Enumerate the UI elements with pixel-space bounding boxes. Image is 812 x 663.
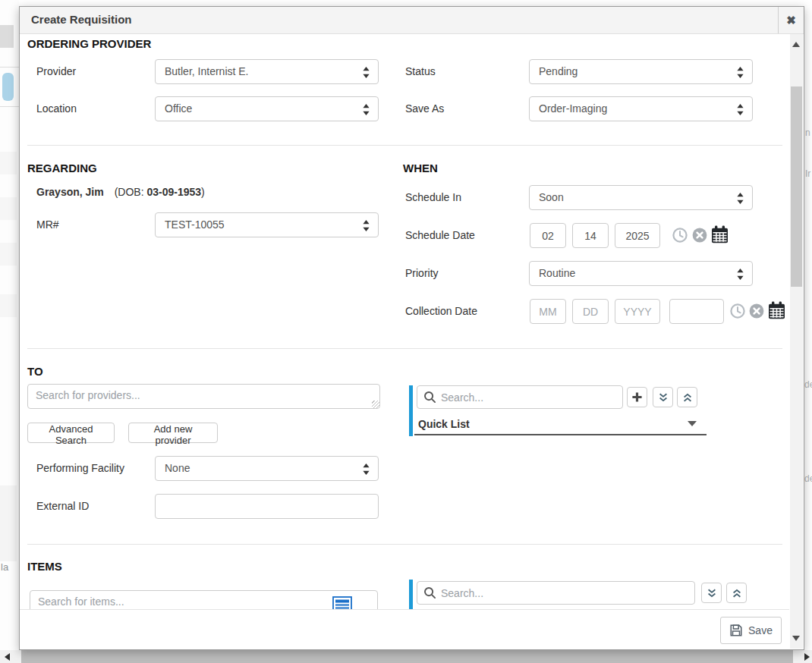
select-arrows-icon <box>737 104 744 118</box>
background-text-fragment: la <box>1 561 8 573</box>
location-select-value: Office <box>165 102 192 115</box>
item-quick-search-input[interactable] <box>441 583 691 602</box>
select-arrows-icon <box>737 193 744 207</box>
priority-select-value: Routine <box>539 267 575 279</box>
search-icon <box>423 391 436 404</box>
select-arrows-icon <box>363 104 370 118</box>
page-horizontal-scrollbar[interactable] <box>0 650 812 663</box>
quick-list-accent-bar <box>409 385 413 436</box>
schedule-in-select[interactable]: Soon <box>529 185 753 210</box>
add-provider-list-button[interactable] <box>627 387 647 407</box>
select-arrows-icon <box>363 67 370 81</box>
advanced-search-button[interactable]: Advanced Search <box>27 423 115 443</box>
mr-label: MR# <box>36 218 59 231</box>
background-row-fragment <box>0 197 17 220</box>
dob-suffix: ) <box>201 186 205 198</box>
scroll-right-arrow-icon[interactable] <box>804 653 810 661</box>
background-row-fragment <box>0 294 17 317</box>
dialog-vertical-scrollbar[interactable] <box>790 34 803 649</box>
select-arrows-icon <box>737 67 744 81</box>
section-divider <box>27 544 782 545</box>
quick-list-toggle[interactable]: Quick List <box>418 418 470 430</box>
external-id-input[interactable] <box>155 494 379 519</box>
section-heading-to: TO <box>27 365 43 378</box>
provider-search-textarea[interactable] <box>27 384 380 409</box>
provider-select-value: Butler, Internist E. <box>165 65 249 77</box>
status-select[interactable]: Pending <box>529 59 753 84</box>
vertical-scrollbar-thumb[interactable] <box>791 86 802 287</box>
quick-list-underline <box>414 434 707 435</box>
schedule-date-day-input[interactable] <box>572 223 609 248</box>
caret-down-icon[interactable] <box>688 421 697 426</box>
horizontal-scrollbar-thumb[interactable] <box>21 650 793 663</box>
background-text-fragment: n <box>805 127 810 138</box>
background-text-fragment: de <box>804 473 812 484</box>
save-button-label: Save <box>748 624 773 636</box>
collection-date-time-icon[interactable] <box>730 303 745 319</box>
provider-quick-search-input[interactable] <box>441 388 619 407</box>
provider-quick-search <box>417 385 623 409</box>
item-quick-search <box>417 581 695 605</box>
collection-date-year-input[interactable] <box>615 299 660 324</box>
expand-all-button[interactable] <box>653 387 673 407</box>
dialog-footer: Save <box>20 609 789 649</box>
save-as-select-value: Order-Imaging <box>539 102 607 115</box>
collection-date-time-input[interactable] <box>669 299 724 324</box>
dialog-header: Create Requisition ✖ <box>20 7 804 34</box>
scroll-down-arrow-icon[interactable] <box>792 636 800 641</box>
select-arrows-icon <box>363 220 370 234</box>
background-row-fragment <box>0 152 17 174</box>
scroll-up-arrow-icon[interactable] <box>792 42 800 47</box>
performing-facility-select-value: None <box>165 462 190 474</box>
section-heading-ordering-provider: ORDERING PROVIDER <box>27 37 151 50</box>
status-label: Status <box>405 65 436 77</box>
collapse-all-button[interactable] <box>677 387 697 407</box>
mr-select[interactable]: TEST-10055 <box>155 212 379 237</box>
collection-date-clear-icon[interactable] <box>749 303 764 319</box>
schedule-date-year-input[interactable] <box>615 223 660 248</box>
dob-value: 03-09-1953 <box>146 186 201 198</box>
performing-facility-select[interactable]: None <box>155 456 379 481</box>
location-label: Location <box>36 102 77 115</box>
background-divider <box>0 67 19 68</box>
patient-name: Grayson, Jim <box>36 186 104 198</box>
collection-date-day-input[interactable] <box>572 299 609 324</box>
mr-select-value: TEST-10055 <box>165 218 225 231</box>
collection-date-month-input[interactable] <box>530 299 566 324</box>
create-requisition-dialog: Create Requisition ✖ ORDERING PROVIDER P… <box>19 6 804 650</box>
section-heading-when: WHEN <box>403 162 438 174</box>
schedule-date-time-icon[interactable] <box>672 228 688 243</box>
save-as-label: Save As <box>405 102 444 115</box>
add-new-provider-button[interactable]: Add new provider <box>128 423 218 443</box>
items-expand-all-button[interactable] <box>701 583 722 603</box>
background-row-fragment <box>0 485 17 561</box>
patient-dob: (DOB: 03-09-1953) <box>115 186 205 198</box>
close-icon[interactable]: ✖ <box>778 7 804 33</box>
schedule-date-clear-icon[interactable] <box>692 228 707 243</box>
search-icon <box>423 586 436 599</box>
external-id-label: External ID <box>36 500 89 512</box>
collection-date-label: Collection Date <box>405 305 477 317</box>
section-heading-items: ITEMS <box>27 560 62 573</box>
section-divider <box>27 348 782 349</box>
schedule-date-month-input[interactable] <box>530 223 566 248</box>
scroll-left-arrow-icon[interactable] <box>5 653 10 661</box>
background-text-fragment: Ir <box>805 168 810 179</box>
priority-select[interactable]: Routine <box>529 261 753 286</box>
resize-handle[interactable] <box>372 401 379 408</box>
items-collapse-all-button[interactable] <box>726 583 747 603</box>
dob-prefix: (DOB: <box>115 186 147 198</box>
save-button[interactable]: Save <box>720 617 782 644</box>
select-arrows-icon <box>363 463 370 478</box>
background-text-fragment: de <box>804 379 812 390</box>
background-blue-button-fragment <box>2 73 14 101</box>
select-arrows-icon <box>737 269 744 283</box>
provider-label: Provider <box>36 65 76 77</box>
collection-date-calendar-icon[interactable] <box>768 301 785 319</box>
location-select[interactable]: Office <box>155 96 379 121</box>
performing-facility-label: Performing Facility <box>36 462 124 474</box>
schedule-in-select-value: Soon <box>539 191 564 203</box>
save-as-select[interactable]: Order-Imaging <box>529 96 753 121</box>
schedule-date-calendar-icon[interactable] <box>711 225 729 244</box>
provider-select[interactable]: Butler, Internist E. <box>155 59 379 84</box>
